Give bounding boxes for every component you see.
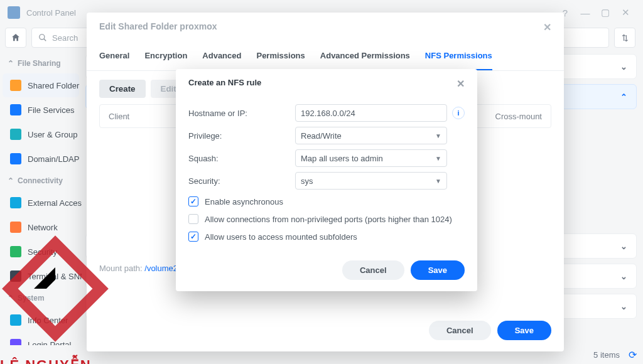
dialog-tabs: General Encryption Advanced Permissions … (87, 42, 564, 71)
sidebar-section-system[interactable]: ⌃System (0, 289, 82, 308)
chevron-down-icon: ▼ (435, 155, 441, 162)
sidebar-item-info-center[interactable]: Info Center (3, 308, 79, 332)
sidebar-item-security[interactable]: Security (3, 240, 79, 264)
chevron-up-icon: ⌃ (620, 92, 627, 102)
col-cross-mount: Cross-mount (487, 112, 551, 121)
checkbox-nonpriv[interactable]: Allow connections from non-privileged po… (188, 210, 465, 228)
watermark-text: LÊ NGUYỄN (0, 357, 92, 364)
sidebar-section-file-sharing[interactable]: ⌃File Sharing (0, 54, 82, 73)
app-icon (8, 6, 20, 19)
chevron-down-icon: ⌄ (620, 62, 627, 72)
sidebar-section-connectivity[interactable]: ⌃Connectivity (0, 171, 82, 190)
hostname-label: Hostname or IP: (188, 109, 295, 118)
tab-permissions[interactable]: Permissions (256, 46, 305, 70)
tab-general[interactable]: General (99, 46, 129, 70)
sidebar-item-shared-folder[interactable]: Shared Folder (3, 73, 79, 97)
sidebar-item-network[interactable]: Network (3, 215, 79, 239)
checkbox-subfolders[interactable]: ✓ Allow users to access mounted subfolde… (188, 228, 465, 245)
chevron-up-icon: ⌃ (8, 59, 14, 68)
checkbox-icon: ✓ (188, 232, 198, 242)
home-icon (11, 33, 21, 43)
chevron-down-icon: ⌄ (620, 272, 627, 281)
sort-icon: ⇅ (622, 33, 629, 43)
field-security: Security: sys▼ (188, 170, 465, 191)
folder-icon (10, 80, 21, 91)
checkbox-icon (188, 214, 198, 224)
dialog-title: Edit Shared Folder proxmox (99, 21, 217, 33)
security-label: Security: (188, 176, 295, 186)
chevron-down-icon: ▼ (435, 132, 441, 139)
file-services-icon (10, 104, 21, 115)
ldap-icon (10, 153, 21, 164)
create-button[interactable]: Create (99, 80, 146, 98)
item-count: 5 items (593, 350, 620, 360)
sidebar-item-login-portal[interactable]: Login Portal (3, 333, 79, 345)
checkbox-icon: ✓ (188, 196, 198, 206)
privilege-label: Privilege: (188, 131, 295, 141)
privilege-select[interactable]: Read/Write▼ (295, 127, 447, 144)
search-placeholder: Search (52, 33, 78, 43)
home-button[interactable] (5, 28, 26, 48)
modal-footer: Cancel Save (176, 252, 477, 291)
modal-close-button[interactable]: ✕ (457, 78, 465, 90)
info-icon (10, 314, 21, 326)
maximize-icon[interactable]: ▢ (595, 7, 615, 18)
info-icon[interactable]: i (452, 107, 465, 119)
terminal-icon (10, 270, 21, 282)
sidebar-item-domain-ldap[interactable]: Domain/LDAP (3, 147, 79, 171)
dialog-cancel-button[interactable]: Cancel (429, 321, 491, 340)
users-icon (10, 129, 21, 140)
svg-point-0 (40, 35, 45, 40)
modal-title: Create an NFS rule (188, 78, 261, 90)
globe-icon (10, 197, 21, 208)
sort-button[interactable]: ⇅ (614, 28, 635, 48)
nfs-rule-modal: Create an NFS rule ✕ Hostname or IP: i P… (176, 69, 477, 291)
tab-advanced[interactable]: Advanced (202, 46, 241, 70)
close-icon[interactable]: ✕ (615, 7, 635, 18)
modal-cancel-button[interactable]: Cancel (342, 260, 404, 280)
chevron-down-icon: ▼ (435, 178, 441, 185)
security-select[interactable]: sys▼ (295, 172, 447, 190)
sidebar: ⌃File Sharing Shared Folder File Service… (0, 50, 82, 345)
field-privilege: Privilege: Read/Write▼ (188, 125, 465, 146)
sidebar-item-file-services[interactable]: File Services (3, 98, 79, 122)
field-squash: Squash: Map all users to admin▼ (188, 147, 465, 169)
field-hostname: Hostname or IP: i (188, 102, 465, 124)
squash-label: Squash: (188, 154, 295, 163)
dialog-close-button[interactable]: ✕ (543, 21, 551, 33)
tab-encryption[interactable]: Encryption (144, 46, 187, 70)
dialog-footer: Cancel Save (87, 313, 564, 351)
app-title: Control Panel (26, 8, 76, 18)
search-icon (38, 33, 47, 42)
chevron-up-icon: ⌃ (8, 176, 14, 185)
chevron-up-icon: ⌃ (8, 294, 14, 302)
sidebar-item-terminal[interactable]: Terminal & SNMP (3, 264, 79, 288)
minimize-icon[interactable]: — (575, 8, 595, 18)
checkbox-async[interactable]: ✓ Enable asynchronous (188, 193, 465, 210)
status-bar: 5 items ⟳ (593, 345, 637, 364)
sidebar-item-external-access[interactable]: External Access (3, 191, 79, 215)
chevron-down-icon: ⌄ (620, 302, 627, 311)
sidebar-item-user-group[interactable]: User & Group (3, 122, 79, 146)
shield-icon (10, 246, 21, 257)
portal-icon (10, 339, 21, 345)
refresh-icon[interactable]: ⟳ (629, 349, 637, 361)
tab-advanced-permissions[interactable]: Advanced Permissions (320, 46, 410, 70)
tab-nfs-permissions[interactable]: NFS Permissions (425, 46, 492, 70)
modal-save-button[interactable]: Save (411, 260, 465, 280)
svg-line-1 (44, 39, 46, 41)
hostname-input[interactable] (295, 104, 447, 122)
dialog-save-button[interactable]: Save (497, 321, 551, 340)
chevron-down-icon: ⌄ (620, 242, 627, 251)
network-icon (10, 222, 21, 233)
squash-select[interactable]: Map all users to admin▼ (295, 149, 447, 167)
